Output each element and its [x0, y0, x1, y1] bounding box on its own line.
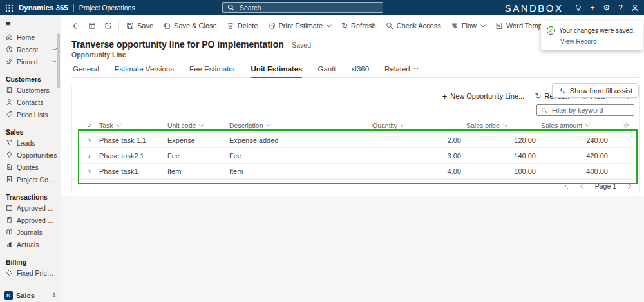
sidebar-item-home[interactable]: Home — [0, 31, 61, 43]
tab-fee-estimator[interactable]: Fee Estimator — [188, 62, 237, 77]
sidebar-item-customers[interactable]: Customers — [0, 84, 61, 96]
app-area-name[interactable]: Project Operations — [79, 4, 135, 12]
pagination: Page 1 — [72, 179, 639, 193]
cell-sales-price[interactable]: 120.00 — [466, 137, 541, 144]
check-access-button[interactable]: Check Access — [381, 19, 446, 32]
form-view-icon[interactable] — [84, 19, 100, 32]
column-header-sales-price[interactable]: Sales price — [466, 122, 541, 129]
sidebar-item-quotes[interactable]: Quotes — [0, 161, 61, 173]
table-row[interactable]: › Phase task 1.1 Expense Expense added 2… — [80, 133, 632, 148]
form-fill-assist-button[interactable]: Show form fill assist — [552, 83, 639, 98]
filter-by-keyword-box[interactable] — [536, 104, 634, 116]
app-title[interactable]: Dynamics 365 — [19, 4, 68, 12]
sidebar-item-approved-expenses[interactable]: Approved Expenses — [0, 214, 61, 226]
popout-icon[interactable] — [100, 19, 116, 32]
expand-row-icon[interactable]: › — [80, 151, 99, 160]
add-icon[interactable]: + — [591, 4, 595, 12]
tab-gantt[interactable]: Gantt — [316, 62, 337, 77]
next-page-icon[interactable] — [625, 183, 633, 189]
filter-keyword-input[interactable] — [551, 106, 630, 115]
tab-general[interactable]: General — [71, 62, 100, 77]
sidebar-item-leads[interactable]: Leads — [0, 137, 61, 149]
success-check-icon: ✓ — [547, 26, 555, 35]
cell-quantity[interactable]: 2.00 — [372, 137, 466, 144]
cell-sales-amount[interactable]: 400.00 — [541, 167, 613, 175]
expand-row-icon[interactable]: › — [80, 136, 99, 144]
cell-task[interactable]: Phase task2.1 — [99, 152, 167, 160]
table-header-row: ✓ Task Unit code Description — [80, 118, 632, 133]
column-header-sales-amount[interactable]: Sales amount — [541, 122, 613, 129]
tab-xl360[interactable]: xl360 — [350, 62, 371, 77]
table-row[interactable]: › Phase task1 Item Item 4.00 100.00 400.… — [80, 164, 632, 179]
view-record-link[interactable]: View Record — [560, 38, 637, 45]
cell-description[interactable]: Item — [229, 167, 372, 175]
magnifier-icon — [386, 22, 393, 30]
sidebar-item-approved-time[interactable]: Approved Time — [0, 202, 61, 214]
sidebar-item-fixed-price-milestones[interactable]: Fixed Price Milest... — [0, 267, 61, 279]
back-button[interactable] — [68, 19, 84, 33]
flow-icon — [451, 22, 459, 30]
clock-icon — [6, 46, 13, 53]
table-row[interactable]: › Phase task2.1 Fee Fee 3.00 140.00 420.… — [80, 148, 632, 164]
global-search[interactable] — [222, 2, 383, 13]
waffle-icon[interactable] — [5, 4, 14, 12]
flow-button[interactable]: Flow — [446, 19, 490, 32]
cell-sales-amount[interactable]: 420.00 — [541, 152, 613, 160]
cell-description[interactable]: Expense added — [229, 137, 372, 144]
global-search-input[interactable] — [238, 3, 378, 12]
print-estimate-button[interactable]: Print Estimate — [263, 19, 336, 32]
sidebar-item-actuals[interactable]: Actuals — [0, 238, 61, 250]
search-icon — [541, 107, 547, 113]
cell-unit-code[interactable]: Fee — [167, 152, 229, 160]
refresh-button[interactable]: ↻ Refresh — [337, 19, 381, 32]
cell-quantity[interactable]: 3.00 — [372, 152, 466, 160]
column-header-unit-code[interactable]: Unit code — [167, 122, 229, 129]
area-switcher[interactable]: S Sales ⇕ — [0, 288, 61, 302]
sidebar-item-price-lists[interactable]: Price Lists — [0, 108, 61, 120]
save-and-close-button[interactable]: Save & Close — [158, 19, 222, 32]
column-header-quantity[interactable]: Quantity — [372, 122, 466, 129]
previous-page-icon[interactable] — [578, 183, 586, 189]
sidebar-item-project-contracts[interactable]: Project Contracts — [0, 173, 61, 185]
save-button[interactable]: Save — [122, 19, 158, 32]
site-map-sidebar: ≡ Home Recent Pinned Customers Customers… — [0, 15, 61, 302]
sidebar-item-contacts[interactable]: Contacts — [0, 96, 61, 108]
sidebar-item-label: Contacts — [17, 99, 43, 106]
tab-unit-estimates[interactable]: Unit Estimates — [250, 62, 304, 77]
entity-name: Opportunity Line — [71, 51, 644, 59]
new-opportunity-line-button[interactable]: + New Opportunity Line... — [438, 90, 529, 102]
lightbulb-icon[interactable] — [574, 4, 582, 12]
cell-unit-code[interactable]: Item — [167, 167, 229, 175]
delete-button[interactable]: Delete — [222, 19, 263, 32]
column-header-description[interactable]: Description — [229, 122, 372, 129]
sidebar-item-label: Pinned — [17, 58, 38, 66]
cell-sales-price[interactable]: 100.00 — [466, 167, 541, 175]
help-icon[interactable]: ? — [618, 4, 623, 12]
pin-column-icon[interactable] — [613, 122, 632, 129]
expand-row-icon[interactable]: › — [80, 167, 99, 175]
account-icon[interactable] — [631, 4, 639, 12]
cell-task[interactable]: Phase task1 — [99, 167, 167, 175]
select-all-check-icon[interactable]: ✓ — [80, 122, 99, 129]
hamburger-icon[interactable]: ≡ — [0, 15, 61, 31]
sidebar-item-journals[interactable]: Journals — [0, 226, 61, 238]
person-icon — [6, 99, 13, 106]
sidebar-item-recent[interactable]: Recent — [0, 43, 61, 55]
tab-estimate-versions[interactable]: Estimate Versions — [113, 62, 175, 77]
sidebar-scrollbar[interactable] — [57, 33, 60, 88]
cell-sales-amount[interactable]: 240.00 — [541, 137, 613, 144]
sidebar-item-pinned[interactable]: Pinned — [0, 55, 61, 68]
column-header-task[interactable]: Task — [99, 122, 167, 129]
cell-description[interactable]: Fee — [229, 152, 372, 160]
first-page-icon[interactable] — [562, 183, 569, 189]
sidebar-item-opportunities[interactable]: Opportunities — [0, 149, 61, 161]
tab-related-label: Related — [384, 65, 410, 73]
cell-unit-code[interactable]: Expense — [167, 137, 229, 144]
tab-related[interactable]: Related — [383, 62, 420, 77]
cell-task[interactable]: Phase task 1.1 — [99, 137, 167, 144]
command-bar-divider — [118, 21, 119, 30]
sidebar-item-label: Price Lists — [17, 111, 48, 118]
cell-sales-price[interactable]: 140.00 — [466, 152, 541, 160]
gear-icon[interactable]: ⚙ — [603, 4, 611, 12]
cell-quantity[interactable]: 4.00 — [372, 167, 466, 175]
